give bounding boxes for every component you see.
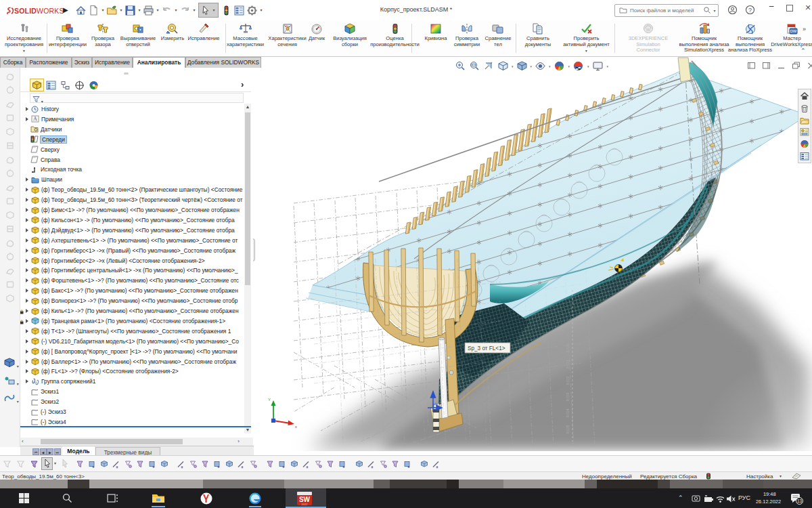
svg-text:A: A (33, 117, 37, 123)
svg-text:Sp_3 от FL<1>: Sp_3 от FL<1> (468, 345, 505, 352)
svg-text:8.024: 8.024 (566, 408, 570, 417)
svg-text:?: ? (748, 7, 751, 14)
svg-text:x: x (295, 425, 297, 429)
svg-text:8.025: 8.025 (566, 425, 570, 433)
svg-text:DW: DW (790, 29, 796, 33)
svg-text:Y: Y (268, 398, 271, 402)
svg-text:8.023: 8.023 (566, 392, 570, 401)
svg-text:8.022: 8.022 (566, 376, 570, 385)
svg-text:8.020: 8.020 (566, 343, 570, 352)
svg-text:13: 13 (797, 499, 803, 503)
svg-text:2022: 2022 (302, 503, 309, 506)
svg-text:8.021: 8.021 (566, 360, 570, 368)
